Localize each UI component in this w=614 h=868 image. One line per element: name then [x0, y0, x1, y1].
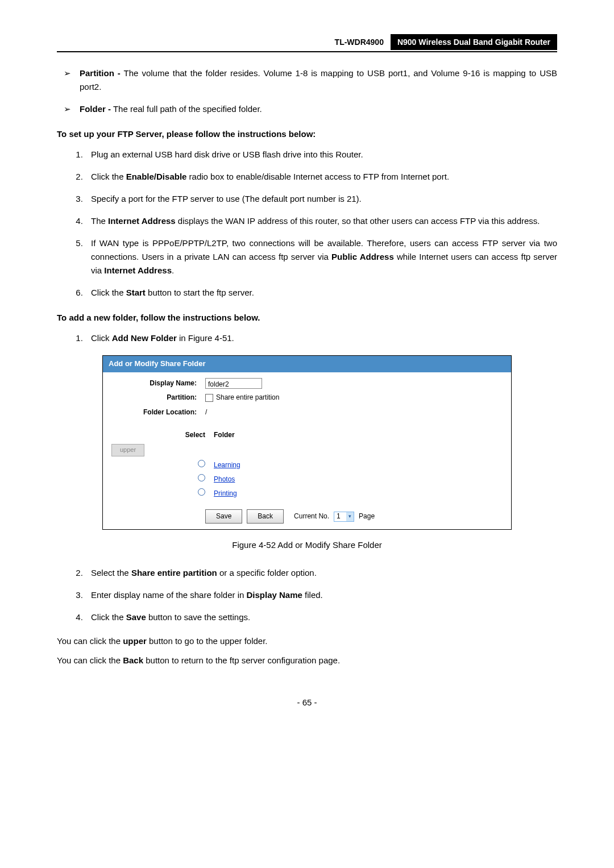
step1-3: Specify a port for the FTP server to use… — [85, 192, 557, 206]
display-name-row: Display Name: folder2 — [111, 378, 503, 389]
def-partition-text: The volume that the folder resides. Volu… — [80, 68, 557, 92]
upper-button[interactable]: upper — [111, 444, 144, 456]
steps-list-1: Plug an external USB hard disk drive or … — [57, 148, 557, 300]
folder-location-row: Folder Location: / — [111, 407, 503, 418]
def-folder-label: Folder - — [80, 104, 111, 114]
section-title-2: To add a new folder, follow the instruct… — [57, 311, 557, 325]
current-no-select[interactable]: 1 ▾ — [334, 512, 354, 522]
step1-1: Plug an external USB hard disk drive or … — [85, 148, 557, 161]
page-number: - 65 - — [57, 696, 557, 709]
figure-caption: Figure 4-52 Add or Modify Share Folder — [57, 538, 557, 552]
definition-folder: Folder - The real full path of the speci… — [80, 102, 557, 116]
step1-6: Click the Start button to start the ftp … — [85, 286, 557, 300]
back-button[interactable]: Back — [247, 509, 284, 524]
def-folder-text: The real full path of the specified fold… — [111, 104, 262, 114]
figure-body: Display Name: folder2 Partition: Share e… — [103, 372, 511, 529]
folder-radio-1[interactable] — [198, 460, 205, 467]
folder-radio-2[interactable] — [198, 474, 205, 481]
figure-footer: Save Back Current No. 1 ▾ Page — [111, 502, 503, 526]
figure-panel-title: Add or Modify Share Folder — [103, 356, 511, 372]
share-entire-partition-text: Share entire partition — [216, 392, 279, 403]
step1-5: If WAN type is PPPoE/PPTP/L2TP, two conn… — [85, 236, 557, 277]
select-header: Select — [111, 430, 214, 441]
step2b-2: Select the Share entire partition or a s… — [85, 566, 557, 580]
step1-4: The Internet Address displays the WAN IP… — [85, 214, 557, 228]
share-entire-partition-checkbox[interactable] — [205, 394, 213, 402]
partition-label: Partition: — [111, 392, 205, 403]
current-no-value: 1 — [337, 511, 341, 522]
step2b-3: Enter display name of the share folder i… — [85, 588, 557, 602]
folder-row-2: Photos — [111, 474, 503, 485]
folder-row-3: Printing — [111, 488, 503, 499]
folder-radio-3[interactable] — [198, 488, 205, 496]
folder-header: Folder — [214, 430, 235, 441]
definition-partition: Partition - The volume that the folder r… — [80, 67, 557, 94]
folder-link-1[interactable]: Learning — [214, 460, 240, 471]
section-title-1: To set up your FTP Server, please follow… — [57, 127, 557, 141]
display-name-input[interactable]: folder2 — [205, 378, 262, 389]
steps-list-2a: Click Add New Folder in Figure 4-51. — [57, 331, 557, 345]
folder-table-header: Select Folder — [111, 430, 503, 441]
chevron-down-icon: ▾ — [346, 512, 354, 521]
upper-button-container: upper — [111, 443, 503, 460]
folder-location-value: / — [205, 407, 207, 418]
step1-2: Click the Enable/Disable radio box to en… — [85, 170, 557, 184]
step2b-4: Click the Save button to save the settin… — [85, 610, 557, 624]
folder-location-label: Folder Location: — [111, 407, 205, 418]
definitions-list: Partition - The volume that the folder r… — [57, 67, 557, 116]
step2a-1: Click Add New Folder in Figure 4-51. — [85, 331, 557, 345]
product-label: N900 Wireless Dual Band Gigabit Router — [391, 34, 557, 50]
plain-text-1: You can click the upper button to go to … — [57, 634, 557, 648]
partition-row: Partition: Share entire partition — [111, 392, 503, 403]
model-label: TL-WDR4900 — [328, 34, 391, 50]
folder-link-2[interactable]: Photos — [214, 474, 235, 485]
folder-row-1: Learning — [111, 460, 503, 471]
steps-list-2b: Select the Share entire partition or a s… — [57, 566, 557, 624]
page-label: Page — [359, 511, 375, 522]
display-name-label: Display Name: — [111, 378, 205, 389]
current-no-label: Current No. — [294, 511, 329, 522]
plain-text-2: You can click the Back button to return … — [57, 654, 557, 667]
figure-panel: Add or Modify Share Folder Display Name:… — [102, 355, 512, 530]
def-partition-label: Partition - — [80, 68, 121, 78]
folder-link-3[interactable]: Printing — [214, 488, 237, 499]
header-bar: TL-WDR4900 N900 Wireless Dual Band Gigab… — [57, 34, 557, 52]
save-button[interactable]: Save — [205, 509, 242, 524]
